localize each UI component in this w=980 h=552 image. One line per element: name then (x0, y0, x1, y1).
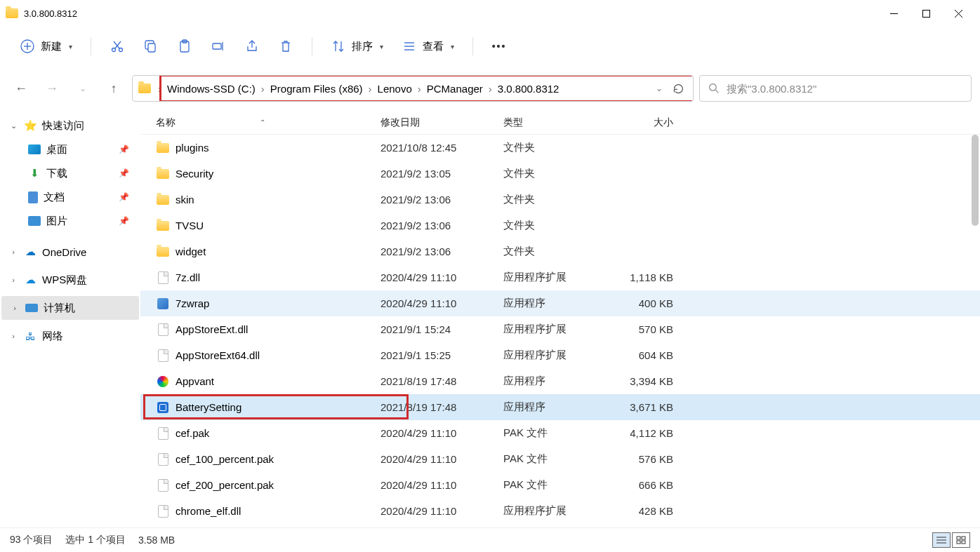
paste-button[interactable] (170, 34, 199, 58)
chevron-right-icon[interactable]: › (418, 83, 421, 95)
selection-size: 3.58 MB (138, 534, 175, 546)
more-button[interactable]: ••• (484, 34, 514, 58)
sidebar-item-quick-access[interactable]: ⌄ ⭐ 快速访问 (0, 114, 140, 137)
up-button[interactable]: ↑ (101, 76, 126, 101)
breadcrumb-item[interactable]: PCManager (424, 80, 486, 97)
chevron-right-icon[interactable]: › (8, 276, 18, 284)
file-icon (156, 219, 170, 233)
file-row[interactable]: 7z.dll2020/4/29 11:10应用程序扩展1,118 KB (140, 264, 980, 290)
sidebar-item-desktop[interactable]: 桌面 📌 (0, 137, 140, 161)
chevron-down-icon[interactable]: ⌄ (8, 121, 18, 130)
chevron-right-icon[interactable]: › (489, 83, 492, 95)
back-button[interactable]: ← (8, 76, 34, 101)
view-button[interactable]: 查看 ▾ (395, 34, 461, 58)
file-icon (156, 478, 170, 492)
file-row[interactable]: plugins2021/10/8 12:45文件夹 (140, 135, 980, 161)
breadcrumb-item[interactable]: 3.0.800.8312 (495, 80, 562, 97)
rename-button[interactable] (204, 34, 233, 58)
minimize-button[interactable] (878, 2, 910, 25)
chevron-right-icon[interactable]: › (261, 83, 265, 95)
file-row[interactable]: TVSU2021/9/2 13:06文件夹 (140, 213, 980, 238)
sidebar-item-network[interactable]: › 🖧 网络 (0, 324, 140, 348)
file-row[interactable]: Appvant2021/8/19 17:48应用程序3,394 KB (140, 368, 980, 394)
file-row[interactable]: chrome_elf.dll2020/4/29 11:10应用程序扩展428 K… (140, 498, 980, 524)
forward-button[interactable]: → (39, 76, 65, 101)
breadcrumb-item[interactable]: Program Files (x86) (267, 80, 366, 97)
file-type: 文件夹 (503, 193, 609, 206)
sidebar-item-computer[interactable]: › 计算机 (1, 296, 139, 320)
new-label: 新建 (41, 40, 62, 53)
file-icon (156, 297, 170, 311)
search-input[interactable] (727, 83, 962, 95)
column-name[interactable]: 名称⌃ (156, 116, 380, 129)
new-button[interactable]: 新建 ▾ (13, 34, 79, 58)
copy-icon (143, 39, 159, 54)
close-button[interactable] (942, 2, 974, 25)
file-row[interactable]: widget2021/9/2 13:06文件夹 (140, 238, 980, 264)
file-size: 4,112 KB (609, 427, 679, 439)
file-size: 400 KB (609, 297, 679, 309)
status-bar: 93 个项目 选中 1 个项目 3.58 MB (0, 527, 980, 552)
file-row[interactable]: skin2021/9/2 13:06文件夹 (140, 187, 980, 213)
file-date: 2021/10/8 12:45 (380, 142, 503, 154)
file-row[interactable]: AppStoreExt.dll2021/9/1 15:24应用程序扩展570 K… (140, 316, 980, 342)
file-icon (156, 245, 170, 259)
search-box[interactable] (699, 75, 972, 102)
column-date[interactable]: 修改日期 (380, 116, 503, 129)
refresh-button[interactable] (673, 83, 684, 95)
copy-button[interactable] (136, 34, 166, 58)
breadcrumb-item[interactable]: Lenovo (375, 80, 415, 97)
sidebar-item-downloads[interactable]: ⬇ 下载 📌 (0, 161, 140, 185)
file-row[interactable]: BatterySetting2021/8/19 17:48应用程序3,671 K… (140, 394, 980, 420)
network-icon: 🖧 (24, 330, 37, 342)
file-icon (156, 141, 170, 155)
sort-button[interactable]: 排序 ▾ (324, 34, 390, 58)
chevron-right-icon[interactable]: › (369, 83, 372, 95)
column-size[interactable]: 大小 (609, 116, 679, 129)
maximize-button[interactable] (910, 2, 942, 25)
file-date: 2021/9/2 13:06 (380, 220, 503, 231)
chevron-right-icon[interactable]: › (8, 332, 18, 340)
chevron-down-icon[interactable]: ⌄ (656, 83, 663, 93)
delete-button[interactable] (271, 34, 300, 58)
file-row[interactable]: AppStoreExt64.dll2021/9/1 15:25应用程序扩展604… (140, 342, 980, 368)
chevron-right-icon[interactable]: › (10, 304, 20, 312)
window-title: 3.0.800.8312 (24, 8, 77, 19)
file-type: 应用程序 (503, 375, 609, 388)
chevron-right-icon[interactable]: › (158, 83, 161, 95)
sidebar-item-onedrive[interactable]: › ☁ OneDrive (0, 240, 140, 264)
file-row[interactable]: cef_100_percent.pak2020/4/29 11:10PAK 文件… (140, 446, 980, 472)
sidebar-item-documents[interactable]: 文档 📌 (0, 185, 140, 209)
scrollbar[interactable] (972, 135, 979, 226)
document-icon (28, 191, 38, 203)
file-row[interactable]: Security2021/9/2 13:05文件夹 (140, 161, 980, 187)
details-view-button[interactable] (932, 532, 951, 548)
file-list[interactable]: plugins2021/10/8 12:45文件夹Security2021/9/… (140, 135, 980, 527)
column-type[interactable]: 类型 (503, 116, 609, 129)
file-date: 2020/4/29 11:10 (380, 479, 503, 491)
chevron-right-icon[interactable]: › (8, 248, 18, 256)
sidebar-item-wps[interactable]: › ☁ WPS网盘 (0, 268, 140, 292)
file-row[interactable]: 7zwrap2020/4/29 11:10应用程序400 KB (140, 290, 980, 316)
file-row[interactable]: cef_200_percent.pak2020/4/29 11:10PAK 文件… (140, 472, 980, 498)
list-icon (402, 39, 417, 54)
file-name: AppStoreExt64.dll (176, 349, 380, 361)
icons-view-button[interactable] (952, 532, 970, 548)
file-type: 应用程序扩展 (503, 271, 609, 284)
share-button[interactable] (237, 34, 267, 58)
sidebar-item-pictures[interactable]: 图片 📌 (0, 209, 140, 233)
file-icon (156, 400, 170, 415)
chevron-down-icon[interactable]: ⌄ (70, 76, 95, 101)
pictures-icon (28, 216, 41, 226)
file-row[interactable]: cef.pak2020/4/29 11:10PAK 文件4,112 KB (140, 420, 980, 446)
address-bar[interactable]: › Windows-SSD (C:) › Program Files (x86)… (132, 75, 694, 102)
file-date: 2020/4/29 11:10 (380, 297, 503, 309)
sidebar-label: 下载 (46, 167, 67, 180)
search-icon (708, 83, 720, 94)
sidebar-label: WPS网盘 (42, 274, 87, 287)
breadcrumb-item[interactable]: Windows-SSD (C:) (164, 80, 258, 97)
cut-button[interactable] (102, 34, 132, 58)
share-icon (244, 39, 260, 54)
file-size: 3,671 KB (609, 401, 679, 413)
svg-rect-11 (148, 43, 155, 52)
